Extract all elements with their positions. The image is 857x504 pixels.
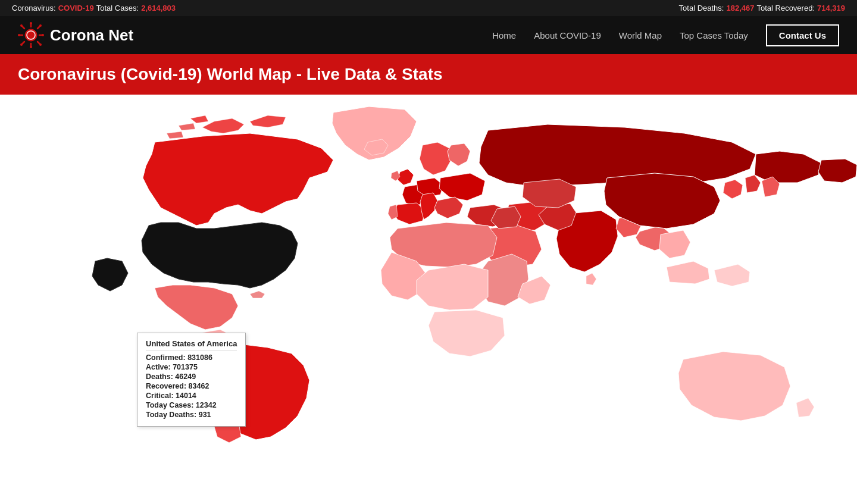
country-tooltip: United States of America Confirmed: 8310… xyxy=(137,333,246,427)
svg-point-10 xyxy=(30,22,32,24)
tooltip-critical-value: 14014 xyxy=(176,392,196,400)
tooltip-critical-label: Critical: xyxy=(146,392,174,400)
svg-line-7 xyxy=(37,26,40,29)
tooltip-country-name: United States of America xyxy=(146,339,237,351)
tooltip-confirmed-value: 831086 xyxy=(187,353,212,362)
total-cases-label: Total Cases: xyxy=(96,4,139,12)
tooltip-active-label: Active: xyxy=(146,363,171,371)
covid19-label: COVID-19 xyxy=(58,4,94,12)
logo-text: Corona Net xyxy=(50,26,133,45)
tooltip-deaths-value: 46249 xyxy=(175,372,196,381)
tooltip-recovered-label: Recovered: xyxy=(146,382,186,390)
logo: Corona Net xyxy=(18,22,133,48)
nav-links: Home About COVID-19 World Map Top Cases … xyxy=(492,24,839,46)
svg-point-15 xyxy=(39,24,42,27)
map-container: United States of America Confirmed: 8310… xyxy=(0,95,857,475)
navbar: Corona Net Home About COVID-19 World Map… xyxy=(0,16,857,54)
svg-point-14 xyxy=(20,24,23,27)
nav-about[interactable]: About COVID-19 xyxy=(534,30,601,40)
coronavirus-label: Coronavirus: xyxy=(12,4,56,12)
tooltip-deaths-row: Deaths: 46249 xyxy=(146,372,237,381)
tooltip-active-row: Active: 701375 xyxy=(146,363,237,371)
tooltip-today-cases-label: Today Cases: xyxy=(146,401,193,409)
tooltip-critical-row: Critical: 14014 xyxy=(146,392,237,400)
svg-line-9 xyxy=(37,42,40,44)
svg-point-11 xyxy=(30,46,32,48)
nav-topcases[interactable]: Top Cases Today xyxy=(680,30,748,40)
svg-line-6 xyxy=(22,26,24,29)
svg-point-16 xyxy=(20,43,23,46)
tooltip-recovered-row: Recovered: 83462 xyxy=(146,382,237,390)
tooltip-today-deaths-row: Today Deaths: 931 xyxy=(146,411,237,419)
world-map-svg[interactable] xyxy=(0,95,857,475)
tooltip-deaths-label: Deaths: xyxy=(146,372,173,381)
deaths-value: 182,467 xyxy=(726,4,754,12)
svg-point-13 xyxy=(42,34,44,36)
tooltip-today-cases-row: Today Cases: 12342 xyxy=(146,401,237,409)
tooltip-confirmed-label: Confirmed: xyxy=(146,353,186,362)
tooltip-active-value: 701375 xyxy=(173,363,198,371)
ticker-bar: Coronavirus: COVID-19 Total Cases: 2,614… xyxy=(0,0,857,16)
recovered-label: Total Recovered: xyxy=(756,4,815,12)
tooltip-confirmed-row: Confirmed: 831086 xyxy=(146,353,237,362)
tooltip-recovered-value: 83462 xyxy=(189,382,209,390)
ticker-right: Total Deaths: 182,467 Total Recovered: 7… xyxy=(679,4,845,12)
page-title: Coronavirus (Covid-19) World Map - Live … xyxy=(18,65,839,84)
tooltip-today-cases-value: 12342 xyxy=(196,401,217,409)
contact-button[interactable]: Contact Us xyxy=(766,24,839,46)
svg-point-17 xyxy=(39,43,42,46)
tooltip-today-deaths-label: Today Deaths: xyxy=(146,411,196,419)
recovered-value: 714,319 xyxy=(817,4,845,12)
red-banner: Coronavirus (Covid-19) World Map - Live … xyxy=(0,54,857,95)
tooltip-today-deaths-value: 931 xyxy=(199,411,211,419)
ticker-left: Coronavirus: COVID-19 Total Cases: 2,614… xyxy=(12,4,176,12)
svg-line-8 xyxy=(22,42,24,44)
nav-home[interactable]: Home xyxy=(492,30,516,40)
virus-logo-icon xyxy=(18,22,44,48)
svg-point-12 xyxy=(18,34,20,36)
deaths-label: Total Deaths: xyxy=(679,4,724,12)
total-cases-value: 2,614,803 xyxy=(141,4,176,12)
nav-worldmap[interactable]: World Map xyxy=(619,30,662,40)
